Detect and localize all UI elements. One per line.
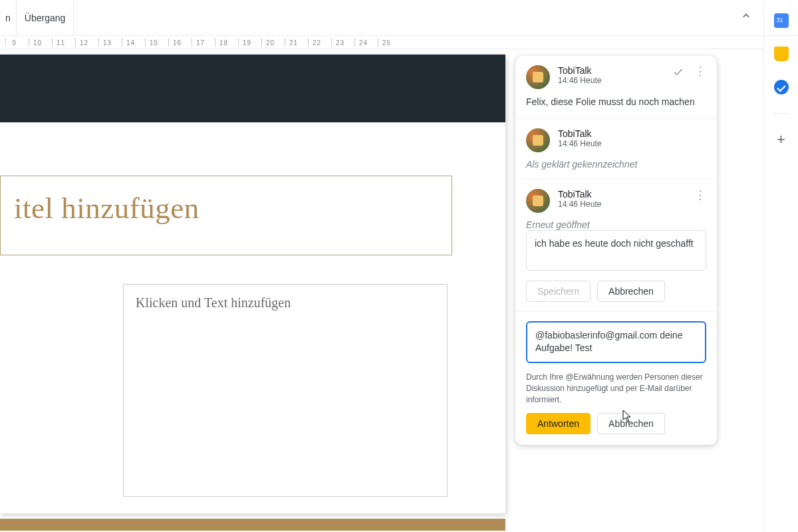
tasks-icon[interactable] xyxy=(774,80,789,94)
comment-time: 14:46 Heute xyxy=(558,200,601,209)
slide-title-placeholder[interactable]: itel hinzufügen xyxy=(0,176,452,255)
mention-hint: Durch Ihre @Erwähnung werden Personen di… xyxy=(526,372,706,405)
cancel-reply-button[interactable]: Abbrechen xyxy=(597,413,665,434)
add-addon-button[interactable]: + xyxy=(777,132,785,147)
comment-author: TobiTalk xyxy=(558,189,601,200)
avatar xyxy=(526,128,550,152)
collapse-toolbar-button[interactable] xyxy=(739,9,753,25)
keep-icon[interactable] xyxy=(774,47,789,61)
calendar-icon[interactable] xyxy=(774,13,789,28)
resolve-icon[interactable] xyxy=(672,65,685,80)
avatar xyxy=(526,189,550,213)
slide-footer-band xyxy=(0,519,505,531)
comment-status: Erneut geöffnet xyxy=(526,219,706,230)
comment-time: 14:46 Heute xyxy=(558,139,601,148)
toolbar: n Übergang xyxy=(0,0,798,36)
divider xyxy=(774,113,789,114)
reply-button[interactable]: Antworten xyxy=(526,413,591,434)
comment-time: 14:46 Heute xyxy=(558,76,601,85)
comment-author: TobiTalk xyxy=(558,128,601,139)
slide-header-band xyxy=(0,55,505,122)
divider xyxy=(515,179,717,180)
comment-author: TobiTalk xyxy=(558,65,601,76)
avatar xyxy=(526,65,550,89)
divider xyxy=(515,118,717,119)
comment-status: Als geklärt gekennzeichnet xyxy=(526,159,706,170)
horizontal-ruler: 91011 121314 151617 181920 212223 2425 xyxy=(0,36,763,49)
comment-thread: TobiTalk 14:46 Heute ⋮ Felix, diese Foli… xyxy=(515,56,717,445)
side-panel-rail: + xyxy=(763,0,798,532)
slide-body-placeholder[interactable]: Klicken und Text hinzufügen xyxy=(123,284,448,497)
save-button[interactable]: Speichern xyxy=(526,281,591,302)
comment-edit-input[interactable] xyxy=(526,230,706,271)
more-icon[interactable]: ⋮ xyxy=(694,65,706,80)
more-icon[interactable]: ⋮ xyxy=(694,189,706,201)
comment-text: Felix, diese Folie musst du noch machen xyxy=(526,96,706,109)
slide[interactable]: itel hinzufügen Klicken und Text hinzufü… xyxy=(0,55,505,513)
divider xyxy=(515,311,717,312)
toolbar-tab-truncated[interactable]: n xyxy=(0,13,16,23)
cancel-button[interactable]: Abbrechen xyxy=(597,281,665,302)
reply-input[interactable] xyxy=(526,321,706,363)
toolbar-tab-transition[interactable]: Übergang xyxy=(16,0,74,35)
